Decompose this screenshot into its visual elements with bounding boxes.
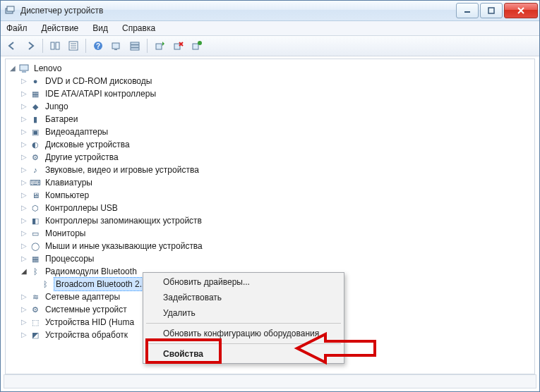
tree-category[interactable]: ▷▭Мониторы — [8, 227, 534, 240]
usb-icon: ⬡ — [30, 202, 41, 214]
menu-file[interactable]: Файл — [4, 23, 30, 34]
svg-rect-6 — [51, 42, 54, 49]
mouse-icon: ◯ — [30, 240, 41, 252]
ctx-uninstall[interactable]: Удалить — [145, 305, 342, 321]
tree-category[interactable]: ▷▦Процессоры — [8, 252, 534, 265]
tree-label: Процессоры — [44, 252, 96, 265]
minimize-button[interactable] — [456, 3, 479, 18]
toolbar-help-button[interactable]: ? — [90, 37, 107, 54]
svg-text:?: ? — [96, 42, 100, 50]
disk-icon: ◐ — [30, 139, 41, 150]
bluetooth-icon: ᛒ — [40, 278, 51, 290]
toolbar-separator — [42, 39, 43, 53]
expander-icon[interactable]: ▷ — [20, 216, 28, 225]
tree-label: Системные устройст — [44, 303, 128, 316]
tree-label: Сетевые адаптеры — [44, 290, 121, 303]
toolbar-properties-button[interactable] — [65, 37, 82, 54]
tree-category[interactable]: ▷⚙Другие устройства — [8, 151, 534, 164]
ctx-scan[interactable]: Обновить конфигурацию оборудования — [145, 326, 342, 341]
toolbar-update-driver-button[interactable] — [151, 37, 168, 54]
ctx-update-drivers[interactable]: Обновить драйверы... — [145, 274, 342, 290]
svg-point-24 — [198, 41, 202, 45]
expander-icon[interactable]: ▷ — [20, 293, 28, 301]
tree-label: Радиомодули Bluetooth — [44, 265, 138, 278]
svg-rect-20 — [174, 44, 180, 49]
expander-icon[interactable]: ▷ — [20, 191, 28, 200]
tree-category[interactable]: ▷◯Мыши и иные указывающие устройства — [8, 240, 534, 252]
expander-icon[interactable]: ▷ — [20, 102, 28, 111]
expander-icon[interactable]: ▷ — [20, 140, 28, 149]
toolbar-scan-button[interactable] — [108, 37, 125, 54]
system-icon: ⚙ — [30, 304, 41, 315]
expander-icon[interactable]: ◢ — [20, 267, 28, 276]
expander-icon[interactable]: ▷ — [20, 204, 28, 212]
toolbar-enable-button[interactable] — [188, 37, 205, 54]
expander-icon[interactable]: ▷ — [20, 255, 28, 263]
ctx-properties[interactable]: Свойства — [145, 346, 342, 362]
sound-icon: ♪ — [30, 164, 41, 176]
menu-view[interactable]: Вид — [90, 23, 111, 34]
toolbar-view-button[interactable] — [126, 37, 143, 54]
toolbar: ? — [1, 36, 539, 56]
tree-label: Звуковые, видео и игровые устройства — [44, 164, 200, 176]
ctx-enable[interactable]: Задействовать — [145, 290, 342, 305]
expander-icon[interactable]: ▷ — [20, 153, 28, 161]
storage-icon: ◧ — [30, 215, 41, 226]
hid-icon: ⬚ — [30, 317, 41, 328]
tree-root[interactable]: ◢ Lenovo — [8, 62, 534, 75]
tree-label: Дисковые устройства — [44, 138, 131, 151]
tree-category[interactable]: ▷◧Контроллеры запоминающих устройств — [8, 214, 534, 227]
bluetooth-icon: ᛒ — [30, 266, 41, 277]
window-titlebar: Диспетчер устройств — [1, 1, 539, 21]
tree-category[interactable]: ▷◆Jungo — [8, 100, 534, 113]
tree-label: Мониторы — [44, 227, 87, 240]
menu-action[interactable]: Действие — [39, 23, 82, 34]
tree-category[interactable]: ▷🖥Компьютер — [8, 189, 534, 202]
imaging-icon: ◩ — [30, 329, 41, 341]
expander-icon[interactable]: ▷ — [20, 178, 28, 187]
tree-category[interactable]: ▷⌨Клавиатуры — [8, 176, 534, 189]
tree-label: Видеоадаптеры — [44, 125, 109, 138]
tree-category[interactable]: ▷▣Видеоадаптеры — [8, 125, 534, 138]
svg-rect-26 — [22, 71, 26, 73]
tree-label: Клавиатуры — [44, 176, 94, 189]
svg-rect-16 — [131, 42, 139, 44]
tree-label: Компьютер — [44, 189, 90, 202]
toolbar-uninstall-button[interactable] — [169, 37, 186, 54]
toolbar-show-hide-button[interactable] — [47, 37, 64, 54]
svg-rect-14 — [112, 43, 119, 49]
svg-rect-15 — [114, 49, 117, 50]
expander-icon[interactable]: ▷ — [20, 90, 28, 98]
app-icon — [5, 5, 16, 16]
expander-icon[interactable]: ▷ — [20, 242, 28, 250]
toolbar-forward-button[interactable] — [22, 37, 39, 54]
tree-label: Устройства обработк — [44, 329, 129, 341]
expander-icon[interactable]: ▷ — [20, 128, 28, 136]
tree-category[interactable]: ▷⬡Контроллеры USB — [8, 202, 534, 214]
expander-icon[interactable]: ▷ — [20, 166, 28, 174]
tree-category[interactable]: ▷▦IDE ATA/ATAPI контроллеры — [8, 87, 534, 100]
disc-icon: ● — [30, 75, 41, 87]
tree-category[interactable]: ▷◐Дисковые устройства — [8, 138, 534, 151]
expander-open-icon[interactable]: ◢ — [8, 64, 17, 73]
tree-label: Контроллеры запоминающих устройств — [44, 214, 203, 227]
window-controls — [455, 3, 538, 18]
tree-category[interactable]: ▷♪Звуковые, видео и игровые устройства — [8, 164, 534, 176]
menu-help[interactable]: Справка — [119, 23, 158, 34]
tree-label: Мыши и иные указывающие устройства — [44, 240, 204, 252]
expander-icon[interactable]: ▷ — [20, 331, 28, 339]
expander-icon[interactable]: ▷ — [20, 305, 28, 314]
ctx-separator — [146, 323, 341, 324]
maximize-button[interactable] — [480, 3, 503, 18]
tree-category[interactable]: ▷●DVD и CD-ROM дисководы — [8, 75, 534, 87]
expander-icon[interactable]: ▷ — [20, 77, 28, 85]
tree-category[interactable]: ▷▮Батареи — [8, 113, 534, 125]
close-button[interactable] — [504, 3, 538, 18]
expander-icon[interactable]: ▷ — [20, 229, 28, 238]
jungo-icon: ◆ — [30, 101, 41, 112]
expander-icon[interactable]: ▷ — [20, 115, 28, 123]
tree-label: Другие устройства — [44, 151, 120, 164]
tree-label: Батареи — [44, 113, 79, 125]
toolbar-back-button[interactable] — [4, 37, 20, 54]
expander-icon[interactable]: ▷ — [20, 318, 28, 326]
